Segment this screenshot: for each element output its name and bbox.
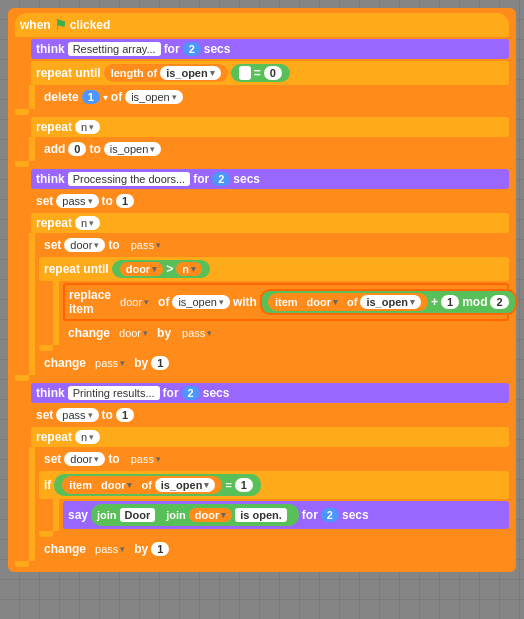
repeat-until-inner-mouth: replace item door of is_open with item d… xyxy=(53,281,509,345)
join-reporter-outer[interactable]: join Door join door is open. xyxy=(91,504,299,526)
think-block-3[interactable]: think Printing results... for 2 secs xyxy=(31,383,509,403)
think-secs-num-2[interactable]: 2 xyxy=(212,172,230,186)
door-pill-2[interactable]: door xyxy=(64,452,105,466)
door-pill-if[interactable]: door xyxy=(95,478,138,492)
door-reporter-say[interactable]: door xyxy=(189,508,232,522)
think-secs-label-1: secs xyxy=(204,42,231,56)
repeat-n-mouth-2: set door to pass repeat until door > n xyxy=(29,233,509,375)
eq-val-1[interactable]: 0 xyxy=(264,66,282,80)
repeat-n-header-2[interactable]: repeat n xyxy=(31,213,509,233)
think-secs-num-3[interactable]: 2 xyxy=(182,386,200,400)
is-open-pill-3[interactable]: is_open xyxy=(104,142,162,156)
door-pill-change[interactable]: door xyxy=(113,326,154,340)
c-bottom-2 xyxy=(15,161,29,167)
n-pill-2[interactable]: n xyxy=(75,216,100,230)
change-pass-val-1[interactable]: 1 xyxy=(151,356,169,370)
c-bottom-inner xyxy=(39,345,53,351)
think-text-1[interactable]: Resetting array... xyxy=(68,42,161,56)
pass-val-1[interactable]: 1 xyxy=(116,194,134,208)
is-open-str[interactable]: is open. xyxy=(235,508,287,522)
change-door-block[interactable]: change door by pass xyxy=(63,323,509,343)
set-door-block-2[interactable]: set door to pass xyxy=(39,449,509,469)
is-open-pill-4[interactable]: is_open xyxy=(172,295,230,309)
door-pill-cond[interactable]: door xyxy=(120,262,163,276)
pass-pill-change-1[interactable]: pass xyxy=(89,356,131,370)
when-label: when xyxy=(20,18,51,32)
is-open-pill-5[interactable]: is_open xyxy=(360,295,421,309)
pass-val-2[interactable]: 1 xyxy=(116,408,134,422)
delete-block-1[interactable]: delete 1 ▾ of is_open xyxy=(39,87,509,107)
think-keyword-3: think xyxy=(36,386,65,400)
is-open-pill-2[interactable]: is_open xyxy=(125,90,183,104)
repeat-n-mouth-3: set door to pass if item door of is_open xyxy=(29,447,509,561)
if-eq-val[interactable]: 1 xyxy=(235,478,253,492)
is-open-pill-1[interactable]: is_open xyxy=(160,66,221,80)
if-mouth: say join Door join door is open. for xyxy=(53,499,509,531)
replace-item-block[interactable]: replace item door of is_open with item d… xyxy=(63,283,509,321)
say-secs-num[interactable]: 2 xyxy=(321,508,339,522)
pass-pill-change-2[interactable]: pass xyxy=(89,542,131,556)
set-door-block-1[interactable]: set door to pass xyxy=(39,235,509,255)
repeat-until-mouth-1: delete 1 ▾ of is_open xyxy=(29,85,509,109)
pass-reporter-2[interactable]: pass xyxy=(123,452,169,466)
join-reporter-inner[interactable]: join door is open. xyxy=(160,506,293,524)
set-pass-block-1[interactable]: set pass to 1 xyxy=(31,191,509,211)
join-door-cap[interactable]: Door xyxy=(120,508,156,522)
think-text-3[interactable]: Printing results... xyxy=(68,386,160,400)
if-header[interactable]: if item door of is_open = 1 xyxy=(39,471,509,499)
think-secs-num-1[interactable]: 2 xyxy=(183,42,201,56)
think-block-1[interactable]: think Resetting array... for 2 secs xyxy=(31,39,509,59)
hat-block[interactable]: when ⚑ clicked xyxy=(15,13,509,37)
repeat-until-block-1: repeat until length of is_open = 0 delet… xyxy=(15,61,509,115)
mod-reporter[interactable]: item door of is_open + 1 mod 2 xyxy=(260,289,517,315)
n-pill-3[interactable]: n xyxy=(75,430,100,444)
change-pass-block-1[interactable]: change pass by 1 xyxy=(39,353,509,373)
plus-val[interactable]: 1 xyxy=(441,295,459,309)
flag-icon: ⚑ xyxy=(54,16,67,34)
repeat-until-inner-header[interactable]: repeat until door > n xyxy=(39,257,509,281)
door-pill-item[interactable]: door xyxy=(301,295,344,309)
think-keyword-1: think xyxy=(36,42,65,56)
if-block: if item door of is_open = 1 xyxy=(39,471,509,537)
add-block-1[interactable]: add 0 to is_open xyxy=(39,139,509,159)
door-pill-replace[interactable]: door xyxy=(114,295,155,309)
c-bottom-outer xyxy=(15,375,29,381)
n-pill-1[interactable]: n xyxy=(75,120,100,134)
repeat-n-header-3[interactable]: repeat n xyxy=(31,427,509,447)
gt-op: door > n xyxy=(112,260,210,278)
repeat-n-header-1[interactable]: repeat n xyxy=(31,117,509,137)
repeat-until-header-1[interactable]: repeat until length of is_open = 0 xyxy=(31,61,509,85)
mod-val[interactable]: 2 xyxy=(490,295,508,309)
repeat-n-mouth-1: add 0 to is_open xyxy=(29,137,509,161)
item-reporter-if[interactable]: item door of is_open xyxy=(62,476,222,494)
pass-pill-1[interactable]: pass xyxy=(56,194,98,208)
door-pill-1[interactable]: door xyxy=(64,238,105,252)
pass-pill-2[interactable]: pass xyxy=(56,408,98,422)
item-reporter-inner[interactable]: item door of is_open xyxy=(268,293,428,311)
eq-op-1: = 0 xyxy=(231,64,290,82)
pass-reporter-1[interactable]: pass xyxy=(123,238,169,252)
repeat-n-block-1: repeat n add 0 to is_open xyxy=(15,117,509,167)
change-pass-block-2[interactable]: change pass by 1 xyxy=(39,539,509,559)
is-open-pill-6[interactable]: is_open xyxy=(155,478,216,492)
think-block-2[interactable]: think Processing the doors... for 2 secs xyxy=(31,169,509,189)
if-condition[interactable]: item door of is_open = 1 xyxy=(54,474,261,496)
repeat-n-block-2: repeat n set door to pass repeat until d… xyxy=(15,213,509,381)
repeat-n-block-3: repeat n set door to pass if item xyxy=(15,427,509,567)
pass-reporter-change[interactable]: pass xyxy=(174,326,220,340)
change-pass-val-2[interactable]: 1 xyxy=(151,542,169,556)
length-reporter-1[interactable]: length of is_open xyxy=(104,64,228,82)
say-block[interactable]: say join Door join door is open. for xyxy=(63,501,509,529)
eq-left-blank[interactable] xyxy=(239,66,251,80)
script-stack: when ⚑ clicked think Resetting array... … xyxy=(8,8,516,572)
set-pass-block-2[interactable]: set pass to 1 xyxy=(31,405,509,425)
add-val[interactable]: 0 xyxy=(68,142,86,156)
clicked-label: clicked xyxy=(70,18,111,32)
c-bottom-if xyxy=(39,531,53,537)
delete-num[interactable]: 1 xyxy=(82,90,100,104)
repeat-until-inner: repeat until door > n replace item door … xyxy=(39,257,509,351)
n-pill-cond[interactable]: n xyxy=(176,262,202,276)
c-bottom-print xyxy=(15,561,29,567)
think-text-2[interactable]: Processing the doors... xyxy=(68,172,191,186)
think-for-1: for xyxy=(164,42,180,56)
